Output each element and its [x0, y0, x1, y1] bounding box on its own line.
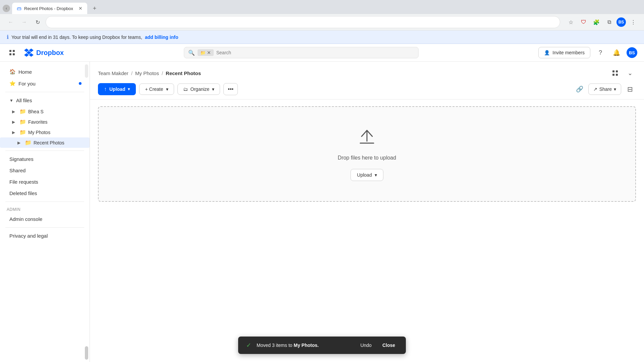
tree-item-bhea-s[interactable]: ▶ 📁 Bhea S	[0, 106, 90, 117]
clear-filter-button[interactable]: ✕	[207, 50, 211, 55]
user-avatar[interactable]: BS	[627, 47, 637, 58]
organize-dropdown-arrow: ▾	[212, 86, 214, 92]
organize-icon: 🗂	[183, 86, 188, 92]
content-area: Team Makder / My Photos / Recent Photos	[90, 62, 644, 362]
trial-banner: ℹ Your trial will end in 31 days. To kee…	[0, 31, 644, 44]
view-options-button[interactable]: ⌄	[624, 67, 636, 79]
upload-arrow-icon: ↑	[104, 86, 107, 92]
invite-members-label: Invite members	[552, 50, 585, 55]
profiles-icon[interactable]: ⧉	[604, 17, 614, 27]
url-bar[interactable]: dropbox.com/home/My%20Photos/Recent%20Ph…	[46, 16, 560, 28]
bookmark-button[interactable]: ☆	[566, 17, 576, 27]
sidebar-item-file-requests[interactable]: File requests	[3, 176, 87, 187]
svg-rect-10	[616, 70, 618, 72]
grid-view-icon	[612, 70, 619, 76]
sidebar-divider-1	[5, 92, 84, 92]
svg-rect-0	[9, 50, 11, 52]
organize-button[interactable]: 🗂 Organize ▾	[177, 83, 220, 95]
active-tab[interactable]: 🗃 Recent Photos - Dropbox ✕	[12, 3, 87, 14]
apps-grid-button[interactable]	[7, 47, 17, 58]
tree-label: Favorites	[28, 119, 48, 125]
upload-dropdown-arrow: ▾	[128, 87, 130, 92]
search-input[interactable]	[216, 50, 414, 55]
tab-close-button[interactable]: ✕	[78, 6, 83, 11]
adblock-icon[interactable]: 🛡	[578, 17, 589, 27]
tree-label: My Photos	[28, 130, 50, 135]
toast-close-button[interactable]: Close	[380, 341, 398, 349]
sidebar-scrollbar-thumb	[85, 346, 88, 360]
tree-item-favorites[interactable]: ▶ 📁 Favorites	[0, 117, 90, 127]
sidebar-nav: 🏠 Home ⭐ For you ▼ All files ▶	[0, 66, 90, 242]
chevron-icon: ▶	[17, 140, 23, 145]
tree-label: Recent Photos	[34, 140, 64, 145]
svg-rect-3	[13, 53, 15, 55]
notifications-button[interactable]: 🔔	[610, 47, 623, 59]
admin-section-label: Admin	[0, 204, 90, 213]
drop-zone: Drop files here to upload Upload ▾	[98, 106, 636, 202]
toast-notification: ✓ Moved 3 items to My Photos. Undo Close	[238, 337, 406, 354]
grid-view-button[interactable]	[609, 67, 621, 79]
sidebar-item-all-files[interactable]: ▼ All files	[3, 95, 87, 106]
svg-rect-9	[612, 70, 614, 72]
breadcrumb-sep-2: /	[162, 70, 163, 76]
toast-bold-text: My Photos.	[294, 343, 319, 348]
more-icon: •••	[228, 86, 233, 92]
deletedfiles-label: Deleted files	[9, 190, 37, 196]
sidebar-divider-3	[5, 201, 84, 202]
app-top-bar: Dropbox 🔍 📁 ✕ 👤 Invite members ? 🔔 BS	[0, 44, 644, 62]
breadcrumb-team-makder[interactable]: Team Makder	[98, 70, 128, 76]
sidebar-item-privacy-legal[interactable]: Privacy and legal	[3, 230, 87, 241]
breadcrumb-current: Recent Photos	[166, 70, 201, 76]
back-button[interactable]: ←	[5, 17, 16, 27]
dropbox-logo[interactable]: Dropbox	[24, 48, 64, 57]
drop-zone-upload-button[interactable]: Upload ▾	[351, 169, 383, 181]
tree-item-recent-photos[interactable]: ▶ 📁 Recent Photos	[0, 137, 90, 148]
chevron-icon: ▶	[12, 120, 17, 124]
toast-message-text: Moved 3 items to	[257, 343, 294, 348]
sidebar-divider-2	[5, 150, 84, 151]
chevron-icon: ▶	[12, 109, 17, 114]
more-button[interactable]: •••	[223, 83, 238, 95]
create-label: + Create	[145, 86, 163, 92]
search-bar[interactable]: 🔍 📁 ✕	[184, 47, 419, 58]
info-icon: ℹ	[7, 34, 9, 40]
tree-item-my-photos[interactable]: ▶ 📁 My Photos	[0, 127, 90, 137]
extensions-icon[interactable]: 🧩	[591, 17, 602, 27]
foryou-label: For you	[18, 81, 36, 86]
chevron-icon: ▶	[12, 130, 17, 135]
search-filter-tag[interactable]: 📁 ✕	[198, 49, 214, 56]
invite-members-button[interactable]: 👤 Invite members	[538, 47, 590, 58]
main-layout: 🏠 Home ⭐ For you ▼ All files ▶	[0, 62, 644, 362]
sidebar-item-signatures[interactable]: Signatures	[3, 154, 87, 165]
forward-button[interactable]: →	[19, 17, 30, 27]
menu-button[interactable]: ⋮	[628, 17, 639, 27]
details-panel-button[interactable]: ⊟	[624, 83, 636, 95]
copy-link-button[interactable]: 🔗	[574, 83, 586, 95]
shared-label: Shared	[9, 168, 25, 173]
top-right-actions: 👤 Invite members ? 🔔 BS	[538, 47, 637, 59]
person-icon: 👤	[544, 50, 550, 55]
billing-link[interactable]: add billing info	[145, 35, 178, 40]
reload-button[interactable]: ↻	[32, 17, 43, 27]
tab-favicon: 🗃	[17, 6, 21, 11]
browser-avatar[interactable]: BS	[616, 17, 626, 27]
privacy-label: Privacy and legal	[9, 233, 48, 239]
sidebar-item-shared[interactable]: Shared	[3, 165, 87, 176]
create-button[interactable]: + Create ▾	[139, 83, 174, 95]
upload-button[interactable]: ↑ Upload ▾	[98, 83, 136, 95]
sidebar: 🏠 Home ⭐ For you ▼ All files ▶	[0, 62, 90, 362]
breadcrumb-my-photos[interactable]: My Photos	[135, 70, 159, 76]
foryou-icon: ⭐	[9, 80, 16, 86]
sidebar-item-deleted-files[interactable]: Deleted files	[3, 188, 87, 199]
upload-drop-icon	[357, 127, 377, 151]
url-input[interactable]: dropbox.com/home/My%20Photos/Recent%20Ph…	[51, 19, 554, 25]
tab-list-btn[interactable]: ‹	[3, 5, 10, 12]
share-icon: ↗	[593, 86, 597, 92]
share-button[interactable]: ↗ Share ▾	[588, 83, 621, 95]
sidebar-item-home[interactable]: 🏠 Home	[3, 66, 87, 77]
sidebar-item-admin-console[interactable]: Admin console	[3, 214, 87, 225]
new-tab-button[interactable]: +	[90, 4, 99, 13]
help-button[interactable]: ?	[594, 47, 606, 59]
sidebar-item-for-you[interactable]: ⭐ For you	[3, 78, 87, 89]
toast-undo-button[interactable]: Undo	[358, 341, 374, 349]
